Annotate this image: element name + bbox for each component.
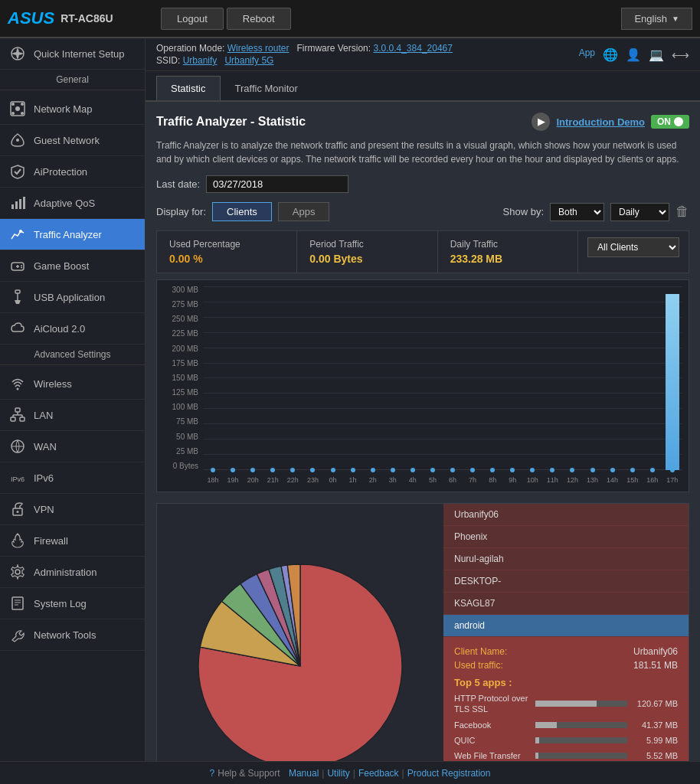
top-bar-info: Operation Mode: Wireless router Firmware…: [156, 43, 453, 66]
y-label-200: 200 MB: [163, 345, 198, 353]
x-label-15: 9h: [502, 476, 522, 484]
last-date-input[interactable]: [206, 175, 348, 193]
display-apps-btn[interactable]: Apps: [278, 202, 330, 221]
sidebar-item-quick-internet[interactable]: Quick Internet Setup: [0, 38, 145, 70]
sidebar-item-network-map[interactable]: Network Map: [0, 93, 145, 125]
svg-point-34: [17, 511, 19, 513]
client-desktop[interactable]: DESKTOP-: [443, 570, 689, 593]
dot-18: [570, 468, 574, 472]
ssid-row: SSID: Urbanify Urbanify 5G: [156, 55, 453, 66]
client-urbanify06[interactable]: Urbanify06: [443, 504, 689, 526]
sidebar-item-usb-application[interactable]: USB Application: [0, 282, 145, 313]
sidebar-item-aicloud[interactable]: AiCloud 2.0: [0, 313, 145, 345]
last-date-label: Last date:: [156, 178, 200, 190]
usb-icon[interactable]: ⟷: [672, 47, 689, 62]
sidebar-label-quick-internet: Quick Internet Setup: [34, 48, 125, 60]
ssid-value[interactable]: Urbanify: [183, 55, 218, 66]
toggle-on[interactable]: ON: [651, 115, 689, 129]
intro-demo-link[interactable]: Introduction Demo: [556, 116, 645, 128]
svg-point-2: [15, 106, 20, 111]
trash-icon[interactable]: 🗑: [675, 204, 689, 220]
svg-rect-9: [15, 201, 18, 209]
firmware-value[interactable]: 3.0.0.4_384_20467: [373, 43, 452, 54]
dot-1: [231, 468, 235, 472]
sidebar-item-firewall[interactable]: Firewall: [0, 525, 145, 557]
dot-13: [470, 468, 475, 472]
sep-3: |: [353, 768, 355, 779]
operation-mode-value[interactable]: Wireless router: [227, 43, 289, 54]
footer-product-reg-link[interactable]: Product Registration: [407, 768, 491, 779]
dot-17: [550, 468, 554, 472]
sidebar-label-administration: Administration: [34, 567, 96, 578]
sidebar-item-traffic-analyzer[interactable]: Traffic Analyzer: [0, 219, 145, 250]
bar-group-22: [643, 286, 662, 470]
bar-group-2: [243, 286, 263, 470]
adaptive-qos-icon: [9, 194, 26, 211]
sidebar-item-ipv6[interactable]: IPv6 IPv6: [0, 462, 145, 494]
client-ksagl87[interactable]: KSAGL87: [443, 593, 689, 615]
chart-container: 300 MB 275 MB 250 MB 225 MB 200 MB 175 M…: [156, 279, 689, 492]
app-size-3: 5.99 MB: [632, 736, 678, 745]
stat-period-label: Period Traffic: [309, 239, 424, 250]
sidebar-item-adaptive-qos[interactable]: Adaptive QoS: [0, 188, 145, 219]
chart-area: 18h19h20h21h22h23h0h1h2h3h4h5h6h7h8h9h10…: [203, 286, 682, 485]
top-bar: Operation Mode: Wireless router Firmware…: [146, 38, 700, 71]
show-both-select[interactable]: Both Clients Apps: [550, 203, 604, 221]
footer-utility-link[interactable]: Utility: [327, 768, 349, 779]
bar-group-0: [203, 286, 223, 470]
sidebar-item-wan[interactable]: WAN: [0, 431, 145, 462]
ssid-5g[interactable]: Urbanify 5G: [224, 55, 273, 66]
top-bar-icons: App 🌐 👤 💻 ⟷: [579, 47, 689, 62]
sidebar-item-guest-network[interactable]: Guest Network: [0, 125, 145, 156]
app-bar-2: [535, 722, 557, 728]
tab-traffic-monitor[interactable]: Traffic Monitor: [221, 76, 312, 100]
sidebar-advanced-title: Advanced Settings: [0, 345, 145, 365]
client-phoenix[interactable]: Phoenix: [443, 526, 689, 548]
period-select[interactable]: Daily Weekly Monthly: [610, 203, 669, 221]
sidebar-item-network-tools[interactable]: Network Tools: [0, 619, 145, 651]
display-for: Display for: Clients Apps: [156, 202, 329, 221]
used-traffic-value: 181.51 MB: [633, 660, 678, 671]
bar-group-7: [343, 286, 363, 470]
client-nurul[interactable]: Nurul-agilah: [443, 548, 689, 570]
tab-statistic[interactable]: Statistic: [156, 76, 221, 100]
client-android[interactable]: android: [443, 615, 689, 637]
svg-text:IPv6: IPv6: [11, 475, 25, 483]
footer-feedback-link[interactable]: Feedback: [358, 768, 399, 779]
sidebar-item-aiprotection[interactable]: AiProtection: [0, 156, 145, 188]
sidebar-item-game-boost[interactable]: Game Boost: [0, 250, 145, 282]
reboot-button[interactable]: Reboot: [227, 8, 291, 30]
sidebar-label-guest-network: Guest Network: [34, 135, 100, 146]
globe-icon[interactable]: 🌐: [603, 47, 618, 62]
y-axis: 300 MB 275 MB 250 MB 225 MB 200 MB 175 M…: [163, 286, 203, 485]
sidebar-label-vpn: VPN: [34, 504, 54, 515]
x-label-13: 7h: [463, 476, 482, 484]
sidebar-item-vpn[interactable]: VPN: [0, 494, 145, 525]
x-label-6: 0h: [322, 476, 342, 484]
x-label-0: 18h: [203, 476, 223, 484]
stat-period-traffic: Period Traffic 0.00 Bytes: [297, 231, 437, 273]
display-clients-btn[interactable]: Clients: [212, 202, 272, 221]
footer-manual-link[interactable]: Manual: [289, 768, 319, 779]
app-icon[interactable]: App: [579, 47, 595, 62]
bar-group-10: [403, 286, 423, 470]
user-icon[interactable]: 👤: [626, 47, 641, 62]
bar-group-11: [423, 286, 443, 470]
bar-group-20: [603, 286, 623, 470]
all-clients-select[interactable]: All Clients: [587, 237, 679, 257]
app-name-3: QUIC: [454, 735, 531, 746]
sidebar-item-administration[interactable]: Administration: [0, 557, 145, 588]
used-traffic-row: Used traffic: 181.51 MB: [454, 660, 678, 671]
play-button[interactable]: ▶: [532, 113, 550, 131]
sidebar-item-wireless[interactable]: Wireless: [0, 368, 145, 400]
logout-button[interactable]: Logout: [161, 8, 224, 30]
svg-marker-20: [15, 300, 21, 304]
sidebar-item-lan[interactable]: LAN: [0, 400, 145, 431]
firmware-label: Firmware Version:: [292, 43, 371, 54]
sidebar-item-system-log[interactable]: System Log: [0, 588, 145, 619]
game-boost-icon: [9, 257, 26, 274]
language-button[interactable]: English: [621, 8, 692, 30]
svg-point-3: [11, 103, 15, 106]
network-map-icon: [9, 100, 26, 117]
monitor-icon[interactable]: 💻: [649, 47, 664, 62]
